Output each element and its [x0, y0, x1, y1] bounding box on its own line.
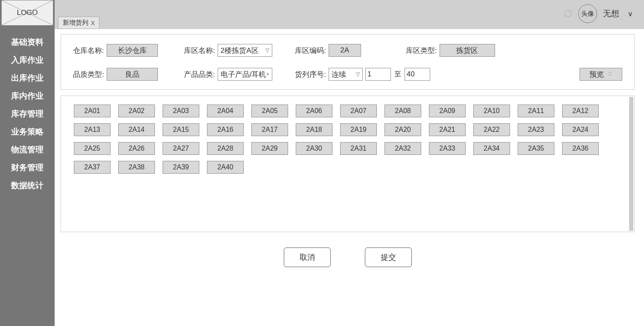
seq-mode-value: 连续	[332, 70, 346, 79]
seq-to-input[interactable]: 40	[405, 68, 430, 81]
cell-2A31[interactable]: 2A31	[340, 142, 377, 155]
cell-2A29[interactable]: 2A29	[251, 142, 288, 155]
topbar: 新增货列 X 头像 无想 ∨	[55, 0, 644, 29]
cell-2A05[interactable]: 2A05	[251, 105, 288, 117]
cancel-label: 取消	[300, 252, 315, 262]
seq-from-input[interactable]: 1	[365, 68, 391, 81]
zone-name-value: 2楼拣货A区	[221, 46, 259, 55]
tab-strip: 新增货列 X	[58, 17, 99, 29]
cell-2A24[interactable]: 2A24	[562, 123, 599, 136]
refresh-icon[interactable]	[564, 9, 572, 18]
zone-name-select[interactable]: 2楼拣货A区 ▽	[218, 44, 272, 57]
cell-2A21[interactable]: 2A21	[429, 123, 466, 136]
cell-2A07[interactable]: 2A07	[340, 105, 377, 117]
cell-2A20[interactable]: 2A20	[385, 123, 421, 136]
cell-2A08[interactable]: 2A08	[385, 105, 421, 117]
cell-2A28[interactable]: 2A28	[207, 142, 244, 155]
cell-2A34[interactable]: 2A34	[473, 142, 510, 155]
submit-label: 提交	[381, 252, 396, 262]
category-select[interactable]: 电子产品/耳机 >	[218, 68, 272, 81]
cell-2A36[interactable]: 2A36	[562, 142, 599, 155]
cell-2A02[interactable]: 2A02	[118, 105, 155, 117]
cell-2A11[interactable]: 2A11	[518, 105, 554, 117]
cell-2A33[interactable]: 2A33	[429, 142, 466, 155]
cell-2A06[interactable]: 2A06	[296, 105, 332, 117]
zone-code-value: 2A	[329, 44, 361, 57]
preview-label: 预览	[589, 70, 604, 79]
sidebar-item-7[interactable]: 财务管理	[0, 160, 55, 175]
username: 无想	[603, 8, 619, 19]
cell-2A30[interactable]: 2A30	[296, 142, 332, 155]
sidebar-item-6[interactable]: 物流管理	[0, 143, 55, 157]
cell-2A37[interactable]: 2A37	[74, 161, 111, 174]
cell-2A17[interactable]: 2A17	[251, 123, 288, 136]
cancel-button[interactable]: 取消	[284, 247, 331, 267]
cell-2A14[interactable]: 2A14	[118, 123, 155, 136]
avatar-label: 头像	[581, 10, 594, 18]
cell-grid: 2A012A022A032A042A052A062A072A082A092A10…	[74, 105, 621, 174]
seq-mode-select[interactable]: 连续 ▽	[329, 68, 363, 81]
cell-2A27[interactable]: 2A27	[163, 142, 199, 155]
nav-list: 基础资料入库作业出库作业库内作业库存管理业务策略物流管理财务管理数据统计	[0, 29, 55, 199]
tab-new-row[interactable]: 新增货列 X	[58, 17, 99, 29]
sidebar-item-2[interactable]: 出库作业	[0, 71, 55, 85]
sidebar: LOGO 基础资料入库作业出库作业库内作业库存管理业务策略物流管理财务管理数据统…	[0, 0, 55, 326]
quality-label: 品质类型:	[73, 70, 104, 79]
sidebar-item-8[interactable]: 数据统计	[0, 178, 55, 193]
cell-2A22[interactable]: 2A22	[473, 123, 510, 136]
cell-2A13[interactable]: 2A13	[74, 123, 111, 136]
preview-button[interactable]: 预览 ﹀﹀	[580, 68, 622, 81]
cell-2A32[interactable]: 2A32	[385, 142, 421, 155]
chevron-down-icon: ▽	[356, 71, 360, 77]
sidebar-item-5[interactable]: 业务策略	[0, 125, 55, 139]
cell-2A18[interactable]: 2A18	[296, 123, 332, 136]
warehouse-label: 仓库名称:	[73, 46, 104, 55]
sidebar-item-0[interactable]: 基础资料	[0, 35, 55, 49]
zone-name-label: 库区名称:	[184, 46, 215, 55]
submit-button[interactable]: 提交	[365, 247, 412, 267]
form-panel: 仓库名称: 长沙仓库 库区名称: 2楼拣货A区 ▽ 库区编码: 2A	[61, 34, 635, 90]
cell-2A23[interactable]: 2A23	[518, 123, 554, 136]
chevron-right-icon: >	[266, 71, 269, 77]
cell-2A12[interactable]: 2A12	[562, 105, 599, 117]
sidebar-item-3[interactable]: 库内作业	[0, 89, 55, 103]
cell-2A38[interactable]: 2A38	[118, 161, 155, 174]
category-label: 产品品类:	[184, 70, 215, 79]
double-chevron-icon: ﹀﹀	[608, 72, 612, 77]
zone-code-label: 库区编码:	[295, 46, 326, 55]
footer-actions: 取消 提交	[61, 247, 635, 267]
logo[interactable]: LOGO	[1, 0, 53, 26]
chevron-down-icon[interactable]: ∨	[625, 10, 635, 18]
category-value: 电子产品/耳机	[221, 70, 266, 79]
sidebar-item-4[interactable]: 库存管理	[0, 107, 55, 121]
cell-2A16[interactable]: 2A16	[207, 123, 244, 136]
seq-label: 货列序号:	[295, 70, 326, 79]
scrollbar[interactable]	[629, 97, 633, 231]
cell-2A09[interactable]: 2A09	[429, 105, 466, 117]
cell-2A25[interactable]: 2A25	[74, 142, 111, 155]
results-panel: 2A012A022A032A042A052A062A072A082A092A10…	[61, 96, 635, 232]
cell-2A26[interactable]: 2A26	[118, 142, 155, 155]
seq-to-label: 至	[394, 70, 401, 79]
cell-2A04[interactable]: 2A04	[207, 105, 244, 117]
logo-text: LOGO	[17, 9, 38, 17]
quality-value: 良品	[107, 68, 158, 81]
close-icon[interactable]: X	[91, 20, 95, 26]
cell-2A40[interactable]: 2A40	[207, 161, 244, 174]
cell-2A03[interactable]: 2A03	[163, 105, 199, 117]
chevron-down-icon: ▽	[265, 47, 269, 53]
cell-2A01[interactable]: 2A01	[74, 105, 111, 117]
cell-2A15[interactable]: 2A15	[163, 123, 199, 136]
cell-2A35[interactable]: 2A35	[518, 142, 554, 155]
avatar[interactable]: 头像	[578, 4, 597, 23]
cell-2A19[interactable]: 2A19	[340, 123, 377, 136]
zone-type-label: 库区类型:	[406, 46, 437, 55]
cell-2A39[interactable]: 2A39	[163, 161, 199, 174]
zone-type-value: 拣货区	[440, 44, 495, 57]
cell-2A10[interactable]: 2A10	[473, 105, 510, 117]
warehouse-value: 长沙仓库	[107, 44, 158, 57]
tab-label: 新增货列	[63, 19, 88, 27]
sidebar-item-1[interactable]: 入库作业	[0, 53, 55, 67]
